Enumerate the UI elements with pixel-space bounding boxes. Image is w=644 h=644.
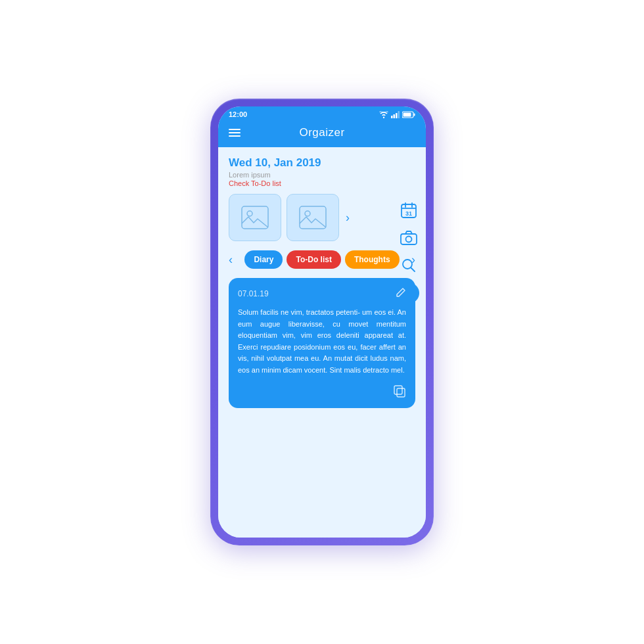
search-icon-btn[interactable] [398,255,419,276]
phone-screen: 12:00 [218,106,426,538]
battery-icon [402,111,415,118]
tab-todo[interactable]: To-Do list [287,250,340,269]
svg-point-17 [247,211,252,216]
phone-frame: 12:00 [210,99,434,545]
signal-icon [391,111,400,118]
note-card-header: 07.01.19 [238,287,406,300]
tab-arrow-left[interactable]: ‹ [229,253,233,267]
svg-rect-3 [398,111,400,118]
svg-rect-1 [394,114,396,118]
calendar-icon-btn[interactable]: 31 [398,200,419,221]
date-subtitle: Lorem ipsum [229,171,321,179]
image-placeholder-icon-1 [241,205,269,230]
photo-card-1[interactable] [229,194,281,241]
tabs-row: ‹ Diary To-Do list Thoughts › [229,250,415,269]
note-card-footer [238,384,406,400]
status-time: 12:00 [229,110,247,118]
hamburger-line-1 [229,129,241,130]
svg-rect-6 [403,112,411,116]
hamburger-line-2 [229,132,241,133]
svg-line-15 [411,268,415,272]
svg-rect-20 [397,388,405,397]
note-card: 07.01.19 Solum facilis ne vim, tractatos… [229,278,415,408]
svg-rect-16 [242,206,268,229]
camera-icon [400,231,417,245]
copy-icon[interactable] [393,384,406,400]
tab-diary[interactable]: Diary [244,250,283,269]
app-bar: Orgaizer [218,121,426,147]
image-placeholder-icon-2 [298,205,327,230]
todo-link[interactable]: Check To-Do list [229,179,321,187]
svg-rect-2 [396,113,398,118]
wifi-icon [379,111,388,118]
content-area: Wed 10, Jan 2019 Lorem ipsum Check To-Do… [218,147,426,538]
svg-rect-5 [414,113,415,116]
date-heading: Wed 10, Jan 2019 [229,156,321,170]
search-icon [402,258,416,273]
camera-icon-btn[interactable] [398,227,419,248]
photo-card-2[interactable] [287,194,339,241]
hamburger-line-3 [229,135,241,137]
gallery-arrow-right[interactable]: › [346,211,350,225]
date-section: Wed 10, Jan 2019 Lorem ipsum Check To-Do… [229,156,415,187]
calendar-icon: 31 [400,202,417,219]
svg-rect-0 [391,116,393,118]
note-text: Solum facilis ne vim, tractatos petenti-… [238,307,406,377]
tabs-container: Diary To-Do list Thoughts [244,250,399,269]
tab-thoughts[interactable]: Thoughts [345,250,400,269]
status-bar: 12:00 [218,106,426,121]
edit-icon[interactable] [396,287,406,300]
svg-rect-21 [394,386,402,394]
note-date: 07.01.19 [238,289,269,298]
svg-rect-18 [300,206,326,229]
svg-point-19 [305,211,310,216]
date-info: Wed 10, Jan 2019 Lorem ipsum Check To-Do… [229,156,321,187]
svg-text:31: 31 [405,210,412,217]
svg-rect-12 [401,234,417,244]
svg-point-13 [406,237,412,242]
photo-gallery: › [229,194,415,241]
hamburger-menu[interactable] [229,129,241,137]
status-icons [379,111,415,118]
app-title: Orgaizer [299,126,344,139]
